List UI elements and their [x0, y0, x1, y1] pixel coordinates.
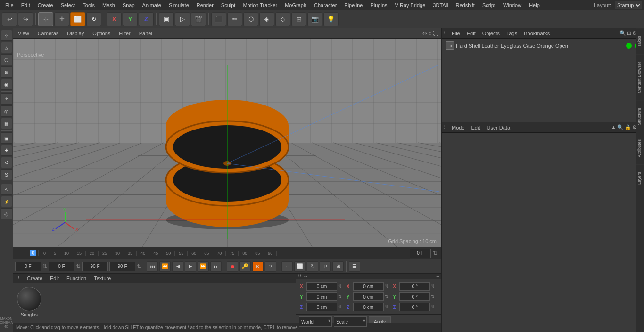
expand-icon[interactable]: ⇔ [422, 30, 427, 37]
move-btn[interactable]: ✚ [1, 145, 12, 156]
viewport[interactable]: View Cameras Display Options Filter Pane… [13, 28, 441, 247]
vp-menu-display[interactable]: Display [65, 30, 86, 37]
knife-btn[interactable]: ⚡ [1, 196, 12, 207]
grid-playback-btn[interactable]: ⊞ [332, 261, 344, 272]
playback-end-frame1[interactable] [82, 262, 108, 271]
menu-plugins[interactable]: Plugins [367, 1, 390, 9]
play-back-button[interactable]: ◀ [172, 261, 183, 272]
pos-y2-input[interactable] [353, 292, 384, 301]
menu-simulate[interactable]: Simulate [165, 1, 192, 9]
pos-y-input[interactable] [306, 292, 337, 301]
record-button[interactable]: ⏺ [227, 261, 238, 272]
texture-mode-btn[interactable]: ⊞ [1, 66, 12, 78]
playback-start-frame[interactable] [15, 262, 41, 271]
tab-attributes[interactable]: Attributes [636, 132, 644, 164]
scale-btn[interactable]: S [1, 169, 12, 180]
vp-menu-view[interactable]: View [16, 30, 31, 37]
rot-y-input[interactable] [399, 292, 430, 301]
scale-tool-button[interactable]: ⬜ [70, 12, 85, 26]
rotate-tool-button[interactable]: ↻ [86, 12, 101, 26]
fullscreen-icon[interactable]: ⛶ [433, 30, 438, 37]
menu-snap[interactable]: Snap [119, 1, 138, 9]
goto-end-button[interactable]: ⏭ [210, 261, 222, 272]
scale-playback-btn[interactable]: ⬜ [294, 261, 305, 272]
attr-menu-userdata[interactable]: User Data [485, 124, 512, 131]
tab-structure[interactable]: Structure [636, 100, 644, 132]
menu-help[interactable]: Help [526, 1, 543, 9]
workplane-btn[interactable]: ▦ [1, 118, 12, 129]
rotate-btn[interactable]: ↺ [1, 157, 12, 168]
pos-z2-input[interactable] [353, 303, 384, 311]
light-button[interactable]: 💡 [323, 12, 339, 26]
menu-mograph[interactable]: MoGraph [281, 1, 310, 9]
filter-icon[interactable]: ⊞ [627, 30, 631, 36]
move-tool-button[interactable]: ✛ [54, 12, 69, 26]
vp-menu-cameras[interactable]: Cameras [36, 30, 61, 37]
key-button[interactable]: K [252, 261, 264, 272]
spline-btn[interactable]: ∿ [1, 184, 12, 195]
menu-animate[interactable]: Animate [139, 1, 165, 9]
move-viewport-icon[interactable]: ↕ [429, 30, 431, 37]
obj-menu-edit[interactable]: Edit [465, 30, 478, 37]
magnet-btn[interactable]: ◎ [1, 208, 12, 219]
help-button[interactable]: ? [265, 261, 276, 272]
step-back-button[interactable]: ⏪ [159, 261, 171, 272]
select-tool-button[interactable]: ⊹ [38, 12, 53, 26]
menu-sculpt[interactable]: Sculpt [218, 1, 239, 9]
goto-start-button[interactable]: ⏮ [147, 261, 158, 272]
menu-render[interactable]: Render [193, 1, 217, 9]
obj-menu-file[interactable]: File [450, 30, 462, 37]
menu-redshift[interactable]: Redshift [453, 1, 478, 9]
rot-z-input[interactable] [399, 303, 430, 311]
mat-menu-create[interactable]: Create [25, 275, 44, 282]
menu-edit[interactable]: Edit [18, 1, 33, 9]
paint-button[interactable]: ◇ [275, 12, 290, 26]
vp-menu-filter[interactable]: Filter [117, 30, 132, 37]
attr-menu-mode[interactable]: Mode [450, 124, 467, 131]
rotate-playback-btn[interactable]: ↻ [307, 261, 318, 272]
x-axis-button[interactable]: X [107, 12, 122, 26]
mat-menu-texture[interactable]: Texture [92, 275, 113, 282]
cube-button[interactable]: ⬛ [211, 12, 226, 26]
world-select[interactable]: World Object Camera [299, 316, 332, 327]
render-picture-button[interactable]: 🎬 [191, 12, 206, 26]
render-region-button[interactable]: ▣ [159, 12, 174, 26]
obj-menu-bookmarks[interactable]: Bookmarks [522, 30, 552, 37]
tab-takes[interactable]: Takes [636, 28, 644, 54]
render-active-button[interactable]: ▷ [175, 12, 190, 26]
obj-menu-objects[interactable]: Objects [480, 30, 502, 37]
obj-menu-tags[interactable]: Tags [504, 30, 519, 37]
playback-end-frame2[interactable] [109, 262, 135, 271]
attr-lock-icon[interactable]: 🔒 [625, 124, 631, 130]
object-browser-content[interactable]: L0 Hard Shell Leather Eyeglass Case Oran… [442, 39, 644, 53]
material-ball[interactable] [17, 287, 41, 311]
y-axis-button[interactable]: Y [123, 12, 138, 26]
camera-button[interactable]: 📷 [307, 12, 322, 26]
menu-create[interactable]: Create [34, 1, 57, 9]
menu-mesh[interactable]: Mesh [99, 1, 118, 9]
layout-select[interactable]: Startup [615, 1, 642, 9]
polygon-button[interactable]: ⬡ [243, 12, 258, 26]
vp-menu-options[interactable]: Options [91, 30, 112, 37]
menu-file[interactable]: File [2, 1, 17, 9]
menu-character[interactable]: Character [311, 1, 340, 9]
attr-search-icon[interactable]: 🔍 [617, 124, 624, 130]
grid-button[interactable]: ⊞ [291, 12, 306, 26]
rot-x-input[interactable] [399, 282, 430, 291]
uv-mode-btn[interactable]: ◉ [1, 79, 12, 90]
current-frame-input[interactable] [410, 249, 431, 258]
attr-menu-edit[interactable]: Edit [470, 124, 482, 131]
playback-current-frame[interactable] [49, 262, 74, 271]
move-mode-btn[interactable]: ⊹ [1, 30, 12, 41]
undo-button[interactable]: ↩ [2, 12, 17, 26]
play-forward-button[interactable]: ▶ [185, 261, 196, 272]
select-all-btn[interactable]: ▣ [1, 132, 12, 144]
options-playback-btn[interactable]: ☰ [349, 261, 360, 272]
attr-up-icon[interactable]: ▲ [611, 124, 616, 130]
auto-key-button[interactable]: 🔑 [239, 261, 251, 272]
menu-vray[interactable]: V-Ray Bridge [392, 1, 429, 9]
edge-mode-btn[interactable]: △ [1, 42, 12, 53]
menu-script[interactable]: Script [479, 1, 499, 9]
viewport-content[interactable]: Perspective [13, 39, 441, 247]
menu-3dtall[interactable]: 3DTAll [429, 1, 451, 9]
